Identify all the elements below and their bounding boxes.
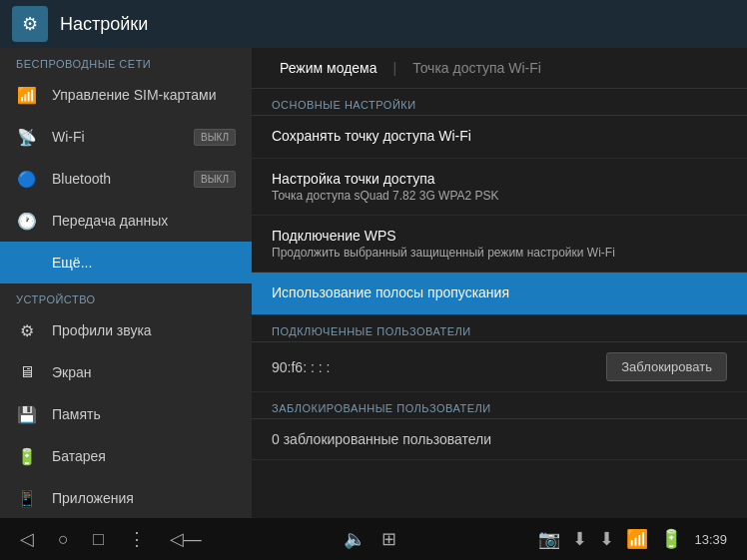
sidebar-section-header-wireless: БЕСПРОВОДНЫЕ СЕТИ: [0, 48, 252, 74]
setup-hotspot-subtitle: Точка доступа sQuad 7.82 3G WPA2 PSK: [272, 189, 727, 203]
sidebar-label-apps: Приложения: [52, 490, 236, 506]
clock-display: 13:39: [694, 532, 727, 547]
sidebar-item-bluetooth[interactable]: 🔵 Bluetooth ВЫКЛ: [0, 158, 252, 200]
back-alt-icon[interactable]: ◁—: [170, 528, 202, 550]
content-item-bandwidth[interactable]: Использование полосы пропускания: [252, 273, 747, 315]
bottom-nav-right: 📷 ⬇ ⬇ 📶 🔋 13:39: [538, 528, 727, 550]
recents-icon[interactable]: □: [93, 529, 104, 550]
bandwidth-title: Использование полосы пропускания: [272, 284, 727, 300]
tab-hotspot[interactable]: Точка доступа Wi-Fi: [404, 56, 549, 80]
setup-hotspot-title: Настройка точки доступа: [272, 171, 727, 187]
sidebar-item-data[interactable]: 🕐 Передача данных: [0, 200, 252, 242]
main-layout: БЕСПРОВОДНЫЕ СЕТИ 📶 Управление SIM-карта…: [0, 48, 747, 518]
content-area: Режим модема | Точка доступа Wi-Fi ОСНОВ…: [252, 48, 747, 518]
settings-icon: ⚙: [12, 6, 48, 42]
display-icon: 🖥: [16, 361, 38, 383]
section-header-blocked: ЗАБЛОКИРОВАННЫЕ ПОЛЬЗОВАТЕЛИ: [252, 392, 747, 419]
content-item-wps[interactable]: Подключение WPS Продолжить выбранный защ…: [252, 216, 747, 273]
user-mac-address: 90:f6: : : :: [272, 359, 330, 375]
battery-icon: 🔋: [16, 445, 38, 467]
sidebar-item-battery[interactable]: 🔋 Батарея: [0, 435, 252, 477]
expand-icon[interactable]: ⊞: [381, 528, 396, 550]
sidebar-item-sound[interactable]: ⚙ Профили звука: [0, 309, 252, 351]
sidebar-label-wifi: Wi-Fi: [52, 129, 180, 145]
sidebar-label-memory: Память: [52, 406, 236, 422]
tab-modem[interactable]: Режим модема: [272, 56, 385, 80]
wps-title: Подключение WPS: [272, 228, 727, 244]
sidebar-item-sim[interactable]: 📶 Управление SIM-картами: [0, 74, 252, 116]
sidebar-item-apps[interactable]: 📱 Приложения: [0, 477, 252, 518]
more-icon: [16, 252, 38, 274]
sidebar-section-header-device: УСТРОЙСТВО: [0, 283, 252, 309]
sidebar-label-sound: Профили звука: [52, 322, 236, 338]
section-header-connected: ПОДКЛЮЧЕННЫЕ ПОЛЬЗОВАТЕЛИ: [252, 315, 747, 342]
camera-status-icon: 📷: [538, 528, 560, 550]
signal-icon: 📶: [626, 528, 648, 550]
bottom-bar: ◁ ○ □ ⋮ ◁— 🔈 ⊞ 📷 ⬇ ⬇ 📶 🔋 13:39: [0, 518, 747, 560]
volume-icon[interactable]: 🔈: [344, 528, 366, 550]
sidebar-item-wifi[interactable]: 📡 Wi-Fi ВЫКЛ: [0, 116, 252, 158]
download1-icon: ⬇: [572, 528, 587, 550]
back-icon[interactable]: ◁: [20, 528, 34, 550]
download2-icon: ⬇: [599, 528, 614, 550]
app-title: Настройки: [60, 14, 148, 35]
bluetooth-toggle[interactable]: ВЫКЛ: [194, 171, 236, 188]
sidebar-label-more: Ещё...: [52, 255, 236, 271]
sidebar-label-data: Передача данных: [52, 213, 236, 229]
sidebar-label-bluetooth: Bluetooth: [52, 171, 180, 187]
home-icon[interactable]: ○: [58, 529, 69, 550]
tabs-row: Режим модема | Точка доступа Wi-Fi: [252, 48, 747, 89]
wifi-icon: 📡: [16, 126, 38, 148]
section-header-basic: ОСНОВНЫЕ НАСТРОЙКИ: [252, 89, 747, 116]
data-icon: 🕐: [16, 210, 38, 232]
sidebar-label-display: Экран: [52, 364, 236, 380]
save-hotspot-title: Сохранять точку доступа Wi-Fi: [272, 128, 727, 144]
top-bar: ⚙ Настройки: [0, 0, 747, 48]
sidebar-item-more[interactable]: Ещё...: [0, 242, 252, 283]
blocked-count: 0 заблокированные пользователи: [252, 419, 747, 460]
bottom-nav-left: ◁ ○ □ ⋮ ◁—: [20, 528, 202, 550]
sim-icon: 📶: [16, 84, 38, 106]
battery-status-icon: 🔋: [660, 528, 682, 550]
apps-icon: 📱: [16, 487, 38, 509]
tab-separator: |: [393, 60, 397, 76]
sidebar-item-memory[interactable]: 💾 Память: [0, 393, 252, 435]
memory-icon: 💾: [16, 403, 38, 425]
menu-icon[interactable]: ⋮: [128, 528, 146, 550]
sidebar: БЕСПРОВОДНЫЕ СЕТИ 📶 Управление SIM-карта…: [0, 48, 252, 518]
sidebar-label-battery: Батарея: [52, 448, 236, 464]
wps-subtitle: Продолжить выбранный защищенный режим на…: [272, 246, 727, 260]
content-item-save-hotspot[interactable]: Сохранять точку доступа Wi-Fi: [252, 116, 747, 159]
bluetooth-icon: 🔵: [16, 168, 38, 190]
sidebar-item-display[interactable]: 🖥 Экран: [0, 351, 252, 393]
sidebar-label-sim: Управление SIM-картами: [52, 87, 236, 103]
connected-user-row: 90:f6: : : : Заблокировать: [252, 342, 747, 392]
block-user-button[interactable]: Заблокировать: [606, 352, 727, 381]
sound-icon: ⚙: [16, 319, 38, 341]
wifi-toggle[interactable]: ВЫКЛ: [194, 129, 236, 146]
content-item-setup-hotspot[interactable]: Настройка точки доступа Точка доступа sQ…: [252, 159, 747, 216]
